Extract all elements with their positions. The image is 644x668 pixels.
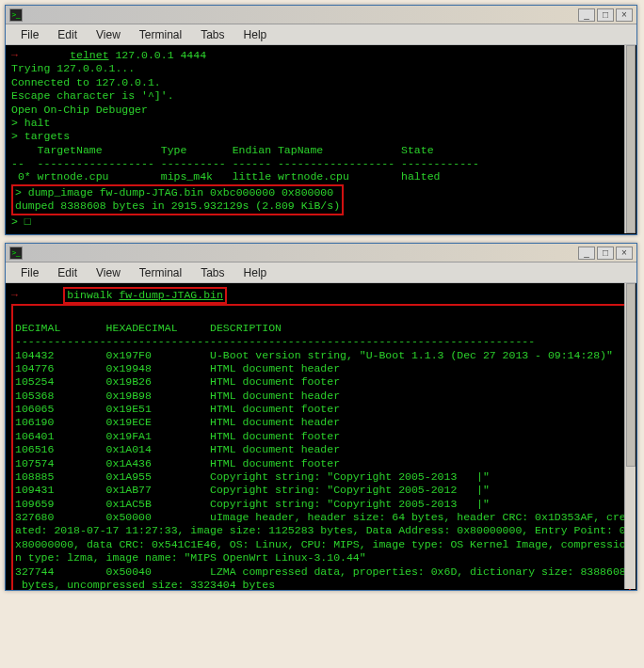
maximize-button[interactable]: □ xyxy=(597,247,614,260)
terminal-window-2: >_ _ □ × File Edit View Terminal Tabs He… xyxy=(5,243,637,591)
telnet-args: 127.0.0.1 4444 xyxy=(109,49,207,61)
header-line: DECIMAL HEXADECIMAL DESCRIPTION xyxy=(15,322,282,334)
menu-terminal[interactable]: Terminal xyxy=(130,264,191,281)
binwalk-command-highlight: binwalk fw-dump-JTAG.bin xyxy=(63,287,227,304)
terminal-output-1[interactable]: → telnet 127.0.0.1 4444 Trying 127.0.0.1… xyxy=(6,45,636,234)
scroll-thumb[interactable] xyxy=(626,283,636,467)
window-buttons: _ □ × xyxy=(578,247,633,260)
menu-tabs[interactable]: Tabs xyxy=(191,26,233,43)
titlebar-2[interactable]: >_ _ □ × xyxy=(6,244,636,262)
close-button[interactable]: × xyxy=(616,247,633,260)
menu-file[interactable]: File xyxy=(11,26,48,43)
close-button[interactable]: × xyxy=(616,8,633,22)
scroll-thumb[interactable] xyxy=(626,45,636,233)
line: dumped 8388608 bytes in 2915.932129s (2.… xyxy=(15,199,340,212)
menu-edit[interactable]: Edit xyxy=(48,26,87,43)
menu-terminal[interactable]: Terminal xyxy=(130,26,191,43)
minimize-button[interactable]: _ xyxy=(578,8,595,22)
scrollbar-2[interactable] xyxy=(624,283,636,589)
menu-edit[interactable]: Edit xyxy=(48,264,87,281)
cursor-line: > □ xyxy=(11,215,31,228)
window-buttons: _ □ × xyxy=(578,8,633,22)
menu-help[interactable]: Help xyxy=(234,264,277,281)
menu-view[interactable]: View xyxy=(87,264,130,281)
binwalk-cmd: binwalk xyxy=(67,289,112,301)
binwalk-output-highlight: DECIMAL HEXADECIMAL DESCRIPTION --------… xyxy=(11,304,631,590)
line: > targets xyxy=(11,130,70,142)
maximize-button[interactable]: □ xyxy=(597,8,614,22)
line: > dump_image fw-dump-JTAG.bin 0xbc000000… xyxy=(15,186,333,199)
line: 0* wrtnode.cpu mips_m4k little wrtnode.c… xyxy=(11,170,440,183)
menu-tabs[interactable]: Tabs xyxy=(191,264,233,281)
terminal-output-2[interactable]: → binwalk fw-dump-JTAG.bin DECIMAL HEXAD… xyxy=(6,283,636,590)
menu-file[interactable]: File xyxy=(11,264,48,281)
scrollbar-1[interactable] xyxy=(624,45,636,233)
terminal-window-1: >_ _ □ × File Edit View Terminal Tabs He… xyxy=(5,5,637,235)
terminal-icon: >_ xyxy=(9,247,23,260)
prompt-arrow: → xyxy=(11,289,63,301)
menu-view[interactable]: View xyxy=(87,26,130,43)
dump-command-highlight: > dump_image fw-dump-JTAG.bin 0xbc000000… xyxy=(11,184,344,215)
telnet-cmd: telnet xyxy=(70,49,108,61)
line: Connected to 127.0.0.1. xyxy=(11,76,161,88)
line: -- ------------------ ---------- ------ … xyxy=(11,157,479,169)
rows: 104432 0x197F0 U-Boot version string, "U… xyxy=(15,349,613,510)
line: Trying 127.0.0.1... xyxy=(11,62,135,74)
minimize-button[interactable]: _ xyxy=(578,247,595,260)
menu-help[interactable]: Help xyxy=(234,26,277,43)
line: Open On-Chip Debugger xyxy=(11,103,148,116)
line: > halt xyxy=(11,117,50,129)
menubar-1: File Edit View Terminal Tabs Help xyxy=(6,24,636,45)
wrap-line: 327680 0x50000 uImage header, header siz… xyxy=(15,511,626,564)
terminal-icon: >_ xyxy=(9,8,23,22)
titlebar-1[interactable]: >_ _ □ × xyxy=(6,6,636,24)
line: Escape character is '^]'. xyxy=(11,89,174,102)
binwalk-arg: fw-dump-JTAG.bin xyxy=(119,289,222,301)
separator: ----------------------------------------… xyxy=(15,335,535,347)
line: TargetName Type Endian TapName State xyxy=(11,144,434,156)
wrap-line: 327744 0x50040 LZMA compressed data, pro… xyxy=(15,565,626,591)
prompt-arrow: → xyxy=(11,49,70,61)
menubar-2: File Edit View Terminal Tabs Help xyxy=(6,262,636,283)
